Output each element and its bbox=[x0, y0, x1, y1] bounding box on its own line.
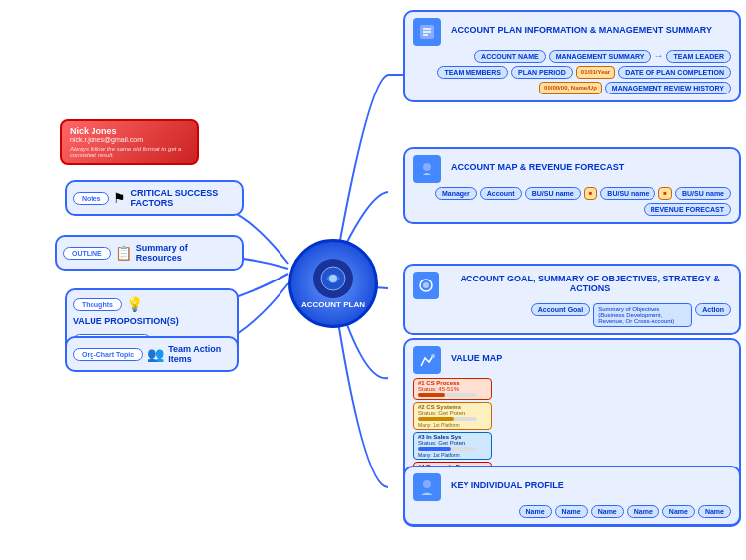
item-busu2-box: ■ bbox=[658, 187, 672, 200]
value-map-icon bbox=[413, 346, 441, 374]
item-name-3: Name bbox=[591, 505, 624, 518]
team-action-box: Org-Chart Topic 👥 Team Action Items bbox=[65, 336, 239, 372]
user-card: Nick Jones nick.r.jones@gmail.com Always… bbox=[60, 119, 199, 165]
account-info-box: ACCOUNT PLAN INFORMATION & MANAGEMENT SU… bbox=[403, 10, 741, 102]
user-note: Always follow the same old format to get… bbox=[70, 146, 189, 158]
item-actions: Action bbox=[695, 303, 731, 316]
item-busu3: BU/SU name bbox=[675, 187, 731, 200]
item-mgmt-summary: MANAGEMENT SUMMARY bbox=[549, 50, 652, 63]
account-map-box: ACCOUNT MAP & REVENUE FORECAST Manager A… bbox=[403, 147, 741, 224]
value-prop-tag[interactable]: Thoughts bbox=[73, 298, 122, 311]
item-mgmt-review: MANAGEMENT REVIEW HISTORY bbox=[605, 82, 731, 94]
svg-point-16 bbox=[423, 282, 429, 288]
account-map-title: ACCOUNT MAP & REVENUE FORECAST bbox=[451, 162, 624, 172]
value-item-2: #2 CS SystemsStatus: Get Poten. Many: 1s… bbox=[413, 402, 731, 430]
key-profile-title: KEY INDIVIDUAL PROFILE bbox=[451, 480, 564, 490]
team-action-icon: 👥 bbox=[147, 346, 164, 362]
csf-tag[interactable]: Notes bbox=[73, 192, 109, 205]
item-name-5: Name bbox=[662, 505, 695, 518]
item-name-4: Name bbox=[627, 505, 659, 518]
company-logo bbox=[313, 259, 353, 298]
item-busu2: BU/SU name bbox=[600, 187, 655, 200]
center-node: ACCOUNT PLAN bbox=[288, 239, 378, 328]
arrow-icon: → bbox=[653, 50, 663, 63]
resources-label: Summary of Resources bbox=[136, 243, 236, 263]
resources-box: OUTLINE 📋 Summary of Resources bbox=[55, 235, 244, 271]
value-map-title: VALUE MAP bbox=[451, 353, 502, 363]
user-email: nick.r.jones@gmail.com bbox=[70, 136, 189, 143]
center-label: ACCOUNT PLAN bbox=[301, 300, 365, 309]
value-item-3: #3 In Sales SysStatus: Get Poten. Many: … bbox=[413, 432, 731, 460]
item-busu1-box: ■ bbox=[584, 187, 598, 200]
account-goal-title: ACCOUNT GOAL, SUMMARY OF OBJECTIVES, STR… bbox=[449, 274, 731, 293]
key-profile-box: KEY INDIVIDUAL PROFILE Name Name Name Na… bbox=[403, 466, 741, 526]
account-goal-box: ACCOUNT GOAL, SUMMARY OF OBJECTIVES, STR… bbox=[403, 264, 741, 335]
item-name-2: Name bbox=[555, 505, 588, 518]
item-objectives: Summary of Objectives (Business Developm… bbox=[593, 303, 692, 327]
csf-label: CRITICAL SUCCESS FACTORS bbox=[130, 188, 236, 208]
item-plan-date: 01/01/Year bbox=[576, 66, 615, 79]
team-action-tag[interactable]: Org-Chart Topic bbox=[73, 348, 143, 361]
csf-box: Notes ⚑ CRITICAL SUCCESS FACTORS bbox=[65, 180, 244, 216]
svg-point-18 bbox=[423, 480, 431, 488]
value-prop-icon: 💡 bbox=[126, 296, 143, 312]
item-team-leader: TEAM LEADER bbox=[666, 50, 731, 63]
account-info-icon bbox=[413, 18, 441, 46]
item-completion-date-val: 00/00/00, Name/Up bbox=[539, 82, 602, 94]
item-revenue-forecast: REVENUE FORECAST bbox=[644, 203, 731, 216]
item-account-name: ACCOUNT NAME bbox=[474, 50, 546, 63]
item-busu1: BU/SU name bbox=[525, 187, 581, 200]
team-action-label: Team Action Items bbox=[168, 344, 231, 364]
item-date-completion: DATE OF PLAN COMPLETION bbox=[618, 66, 731, 79]
svg-point-17 bbox=[431, 354, 435, 358]
value-item-1: #1 CS ProcessStatus: 45-51% bbox=[413, 378, 731, 400]
item-name-6: Name bbox=[698, 505, 731, 518]
account-goal-icon bbox=[413, 272, 439, 299]
value-prop-label: VALUE PROPOSITION(S) bbox=[73, 316, 179, 326]
csf-icon: ⚑ bbox=[113, 190, 126, 206]
resources-icon: 📋 bbox=[115, 245, 132, 261]
item-team-members: TEAM MEMBERS bbox=[437, 66, 508, 79]
item-account-goal: Account Goal bbox=[531, 303, 591, 316]
account-info-title: ACCOUNT PLAN INFORMATION & MANAGEMENT SU… bbox=[451, 25, 712, 35]
account-map-icon bbox=[413, 155, 441, 183]
item-manager: Manager bbox=[435, 187, 477, 200]
key-profile-icon bbox=[413, 473, 441, 501]
svg-point-14 bbox=[423, 163, 431, 171]
resources-tag[interactable]: OUTLINE bbox=[63, 247, 111, 260]
user-name: Nick Jones bbox=[70, 126, 189, 136]
item-name-1: Name bbox=[519, 505, 552, 518]
svg-point-9 bbox=[329, 275, 337, 282]
item-account: Account bbox=[480, 187, 522, 200]
item-plan-period: PLAN PERIOD bbox=[511, 66, 573, 79]
